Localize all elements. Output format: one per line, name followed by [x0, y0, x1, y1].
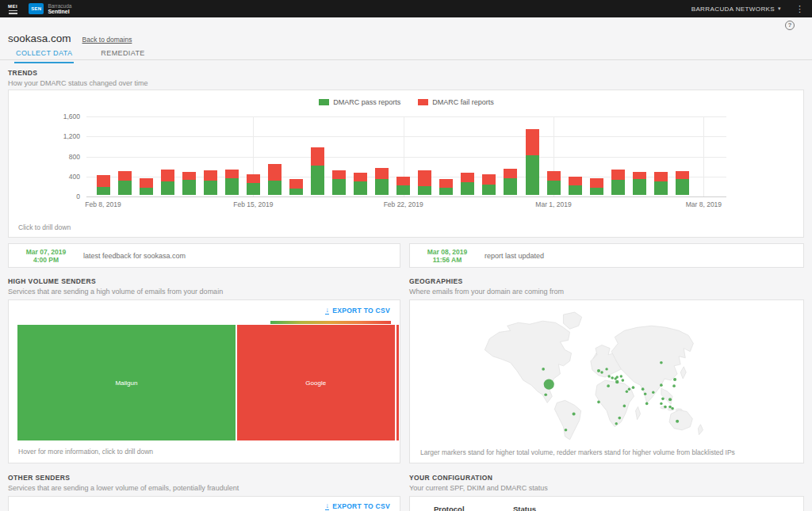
- map-marker[interactable]: [660, 402, 662, 405]
- bar-segment-pass[interactable]: [611, 180, 625, 195]
- bar-segment-fail[interactable]: [182, 172, 196, 181]
- bar-segment-pass[interactable]: [182, 180, 196, 195]
- stacked-bar-feb-27[interactable]: [504, 169, 517, 195]
- stacked-bar-feb-10[interactable]: [140, 178, 153, 195]
- bar-segment-pass[interactable]: [676, 179, 689, 195]
- bar-segment-fail[interactable]: [140, 178, 153, 188]
- stacked-bar-feb-18[interactable]: [311, 147, 324, 195]
- treemap-block-mailgun[interactable]: Mailgun: [17, 325, 236, 440]
- bar-segment-fail[interactable]: [268, 164, 282, 181]
- bar-segment-pass[interactable]: [161, 181, 174, 195]
- bar-segment-fail[interactable]: [97, 175, 110, 187]
- stacked-bar-feb-11[interactable]: [161, 170, 174, 195]
- map-marker[interactable]: [671, 407, 673, 410]
- map-marker[interactable]: [672, 384, 676, 387]
- map-marker[interactable]: [661, 398, 665, 401]
- bar-segment-fail[interactable]: [118, 171, 132, 181]
- world-map[interactable]: [477, 308, 723, 444]
- bar-segment-fail[interactable]: [633, 172, 646, 180]
- bar-segment-pass[interactable]: [375, 179, 389, 195]
- map-marker[interactable]: [645, 402, 649, 406]
- stacked-bar-feb-28[interactable]: [526, 129, 539, 195]
- bar-segment-fail[interactable]: [418, 170, 431, 186]
- map-marker[interactable]: [660, 361, 663, 364]
- stacked-bar-mar-3[interactable]: [590, 178, 603, 195]
- map-marker[interactable]: [544, 379, 554, 390]
- map-marker[interactable]: [615, 422, 618, 425]
- stacked-bar-feb-13[interactable]: [204, 170, 217, 195]
- map-marker[interactable]: [623, 405, 626, 408]
- bar-segment-fail[interactable]: [547, 171, 561, 181]
- bar-segment-fail[interactable]: [569, 177, 582, 185]
- bar-segment-fail[interactable]: [311, 147, 324, 166]
- map-marker[interactable]: [544, 393, 547, 396]
- bar-segment-fail[interactable]: [676, 171, 689, 179]
- map-marker[interactable]: [542, 368, 545, 371]
- bar-segment-fail[interactable]: [396, 177, 410, 185]
- map-marker[interactable]: [573, 413, 576, 416]
- stacked-bar-feb-21[interactable]: [375, 168, 389, 195]
- stacked-bar-mar-4[interactable]: [611, 170, 625, 195]
- treemap-block-small-sender[interactable]: [396, 325, 399, 440]
- map-marker[interactable]: [607, 375, 610, 377]
- help-icon[interactable]: ?: [785, 21, 795, 30]
- bar-segment-fail[interactable]: [225, 170, 239, 178]
- bar-segment-pass[interactable]: [332, 179, 346, 195]
- bar-segment-fail[interactable]: [289, 179, 303, 188]
- bar-segment-fail[interactable]: [354, 173, 367, 181]
- bar-segment-pass[interactable]: [526, 155, 539, 195]
- map-marker[interactable]: [615, 380, 619, 383]
- bar-segment-pass[interactable]: [118, 181, 132, 195]
- stacked-bar-mar-1[interactable]: [547, 171, 561, 195]
- map-marker[interactable]: [600, 371, 603, 373]
- bar-segment-fail[interactable]: [590, 178, 603, 188]
- bar-segment-pass[interactable]: [140, 188, 153, 195]
- map-marker[interactable]: [611, 376, 614, 379]
- bar-segment-fail[interactable]: [611, 170, 625, 180]
- stacked-bar-feb-17[interactable]: [289, 179, 303, 195]
- bar-segment-fail[interactable]: [654, 172, 668, 181]
- overflow-menu-button[interactable]: ⋮: [795, 4, 804, 14]
- bar-segment-pass[interactable]: [97, 187, 110, 195]
- stacked-bar-feb-9[interactable]: [118, 171, 132, 195]
- export-csv-button-high-volume[interactable]: ↓ EXPORT TO CSV: [325, 307, 390, 315]
- sentinel-logo[interactable]: SEN Barracuda Sentinel: [29, 3, 71, 14]
- export-csv-button-other-senders[interactable]: ↓ EXPORT TO CSV: [325, 502, 390, 510]
- bar-segment-fail[interactable]: [375, 168, 389, 180]
- bar-segment-pass[interactable]: [547, 181, 561, 195]
- bar-segment-pass[interactable]: [268, 181, 282, 195]
- map-marker[interactable]: [652, 391, 654, 394]
- map-marker[interactable]: [673, 378, 676, 381]
- bar-segment-fail[interactable]: [461, 173, 474, 182]
- bar-segment-pass[interactable]: [461, 182, 474, 195]
- tab-collect-data[interactable]: COLLECT DATA: [14, 47, 74, 63]
- map-marker[interactable]: [620, 375, 622, 377]
- map-marker[interactable]: [605, 368, 607, 370]
- bar-segment-pass[interactable]: [569, 185, 582, 195]
- account-menu[interactable]: BARRACUDA NETWORKS ▾: [691, 6, 781, 13]
- map-marker[interactable]: [565, 429, 568, 432]
- map-marker[interactable]: [616, 376, 619, 378]
- app-menu-button[interactable]: MEI: [8, 4, 17, 14]
- map-marker[interactable]: [618, 417, 621, 420]
- map-marker[interactable]: [632, 386, 635, 389]
- stacked-bar-feb-15[interactable]: [247, 174, 260, 195]
- map-marker[interactable]: [660, 383, 663, 387]
- bar-segment-fail[interactable]: [161, 170, 174, 181]
- map-marker[interactable]: [626, 391, 628, 393]
- bar-segment-fail[interactable]: [204, 170, 217, 181]
- stacked-bar-mar-2[interactable]: [569, 177, 582, 195]
- stacked-bar-feb-16[interactable]: [268, 164, 282, 195]
- bar-segment-pass[interactable]: [289, 189, 303, 195]
- map-marker[interactable]: [628, 387, 630, 390]
- treemap-block-google[interactable]: Google: [237, 325, 395, 440]
- stacked-bar-mar-6[interactable]: [654, 172, 668, 195]
- stacked-bar-mar-5[interactable]: [633, 172, 646, 195]
- bar-segment-fail[interactable]: [332, 170, 346, 179]
- map-marker[interactable]: [622, 379, 625, 382]
- stacked-bar-feb-19[interactable]: [332, 170, 346, 195]
- bar-segment-pass[interactable]: [590, 188, 603, 195]
- bar-segment-fail[interactable]: [439, 179, 453, 188]
- stacked-bar-feb-20[interactable]: [354, 173, 367, 195]
- map-marker[interactable]: [668, 406, 672, 409]
